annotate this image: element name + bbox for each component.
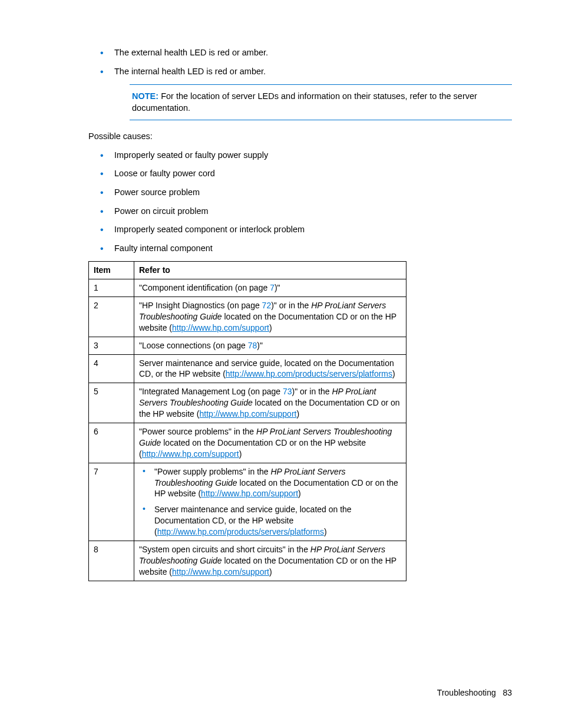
- list-item: The external health LED is red or amber.: [100, 47, 512, 59]
- hyperlink[interactable]: http://www.hp.com/support: [142, 449, 239, 459]
- text: "Integrated Management Log (on page: [139, 387, 283, 396]
- cell-refer: "Integrated Management Log (on page 73)"…: [134, 383, 406, 423]
- table-header-row: Item Refer to: [89, 262, 406, 279]
- list-item: Loose or faulty power cord: [100, 168, 512, 180]
- page-link[interactable]: 7: [270, 283, 275, 292]
- cell-item: 2: [89, 297, 134, 337]
- list-item: Improperly seated component or interlock…: [100, 224, 512, 236]
- page-link[interactable]: 72: [262, 301, 272, 310]
- table-row: 7 "Power supply problems" in the HP ProL…: [89, 463, 406, 541]
- cell-item: 3: [89, 337, 134, 354]
- text: "System open circuits and short circuits…: [139, 545, 310, 554]
- text: ): [296, 409, 299, 419]
- text: ): [269, 567, 272, 577]
- causes-list: Improperly seated or faulty power supply…: [88, 150, 512, 254]
- cell-refer: Server maintenance and service guide, lo…: [134, 354, 406, 383]
- causes-heading: Possible causes:: [88, 131, 512, 143]
- cell-refer: "Power supply problems" in the HP ProLia…: [134, 463, 406, 541]
- top-bullet-list: The external health LED is red or amber.…: [88, 47, 512, 77]
- text: )": [257, 341, 263, 350]
- note-box: NOTE: For the location of server LEDs an…: [130, 84, 512, 120]
- footer-page-number: 83: [503, 688, 512, 697]
- text: )": [275, 283, 280, 292]
- text: ): [269, 323, 272, 332]
- list-item: Power source problem: [100, 187, 512, 199]
- text: "Power supply problems" in the: [154, 467, 270, 476]
- reference-table: Item Refer to 1 "Component identificatio…: [88, 261, 406, 581]
- list-item: Improperly seated or faulty power supply: [100, 150, 512, 162]
- cell-item: 5: [89, 383, 134, 423]
- text: ): [324, 527, 327, 536]
- table-row: 8 "System open circuits and short circui…: [89, 541, 406, 581]
- text: "Component identification (on page: [139, 283, 270, 292]
- table-row: 1 "Component identification (on page 7)": [89, 279, 406, 297]
- hyperlink[interactable]: http://www.hp.com/support: [199, 409, 296, 419]
- text: "HP Insight Diagnostics (on page: [139, 301, 262, 310]
- cell-item: 7: [89, 463, 134, 541]
- hyperlink[interactable]: http://www.hp.com/products/servers/platf…: [157, 527, 324, 536]
- cell-refer: "Component identification (on page 7)": [134, 279, 406, 297]
- cell-refer: "Loose connections (on page 78)": [134, 337, 406, 354]
- cell-refer: "HP Insight Diagnostics (on page 72)" or…: [134, 297, 406, 337]
- col-item-header: Item: [89, 262, 134, 279]
- cell-item: 1: [89, 279, 134, 297]
- list-item: "Power supply problems" in the HP ProLia…: [141, 466, 401, 500]
- table-row: 6 "Power source problems" in the HP ProL…: [89, 423, 406, 463]
- col-refer-header: Refer to: [134, 262, 406, 279]
- note-text: For the location of server LEDs and info…: [132, 91, 477, 113]
- table-row: 4 Server maintenance and service guide, …: [89, 354, 406, 383]
- text: ): [298, 489, 301, 498]
- cell-item: 6: [89, 423, 134, 463]
- text: ): [239, 449, 242, 459]
- text: )" or in the: [271, 301, 311, 310]
- note-label: NOTE:: [132, 91, 158, 101]
- text: "Power source problems" in the: [139, 427, 256, 436]
- list-item: The internal health LED is red or amber.: [100, 66, 512, 78]
- list-item: Power on circuit problem: [100, 206, 512, 218]
- hyperlink[interactable]: http://www.hp.com/products/servers/platf…: [226, 369, 392, 378]
- table-row: 5 "Integrated Management Log (on page 73…: [89, 383, 406, 423]
- page-footer: Troubleshooting 83: [437, 687, 512, 699]
- footer-section: Troubleshooting: [437, 688, 496, 697]
- list-item: Faulty internal component: [100, 243, 512, 255]
- page-link[interactable]: 78: [248, 341, 257, 350]
- cell-item: 4: [89, 354, 134, 383]
- text: ): [392, 369, 395, 378]
- cell-item: 8: [89, 541, 134, 581]
- hyperlink[interactable]: http://www.hp.com/support: [172, 323, 269, 332]
- table-row: 3 "Loose connections (on page 78)": [89, 337, 406, 354]
- cell-refer: "System open circuits and short circuits…: [134, 541, 406, 581]
- list-item: Server maintenance and service guide, lo…: [141, 504, 401, 538]
- page-link[interactable]: 73: [283, 387, 292, 396]
- cell-refer: "Power source problems" in the HP ProLia…: [134, 423, 406, 463]
- hyperlink[interactable]: http://www.hp.com/support: [201, 489, 298, 498]
- text: "Loose connections (on page: [139, 341, 248, 350]
- hyperlink[interactable]: http://www.hp.com/support: [172, 567, 269, 577]
- text: )" or in the: [292, 387, 332, 396]
- table-row: 2 "HP Insight Diagnostics (on page 72)" …: [89, 297, 406, 337]
